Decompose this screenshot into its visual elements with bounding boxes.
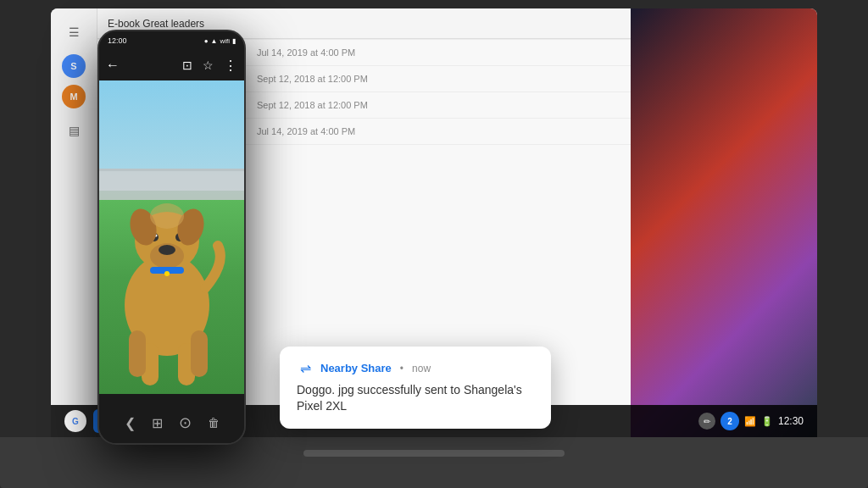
laptop-sidebar: ☰ S M ▤ (51, 8, 97, 437)
phone-battery-icon: ▮ (232, 37, 236, 45)
phone-circle-icon[interactable]: ⊙ (179, 413, 192, 432)
phone-signal-icon: ▲ (211, 37, 218, 45)
svg-rect-12 (129, 330, 146, 377)
svg-rect-13 (191, 330, 208, 377)
phone-back-icon[interactable]: ← (106, 58, 120, 73)
file-date-4: Jul 14, 2019 at 4:00 PM (257, 126, 355, 136)
phone-grid-icon[interactable]: ⊞ (152, 415, 163, 431)
laptop-right-panel (631, 8, 817, 437)
dog-illustration (103, 152, 235, 390)
notification-app-name: Nearby Share (320, 362, 392, 374)
user-avatar-2: M (62, 85, 86, 108)
notification-header: ⇌ Nearby Share • now (297, 360, 534, 377)
taskbar-pencil-icon: ✏ (698, 413, 715, 430)
taskbar-time: 12:30 (778, 415, 804, 427)
phone-screen: 12:00 ● ▲ wifi ▮ ← ⊡ ☆ ⋮ (99, 31, 244, 443)
file-date-3: Sept 12, 2018 at 12:00 PM (257, 100, 368, 110)
notification-dot: • (400, 363, 403, 374)
phone-time: 12:00 (108, 36, 127, 45)
svg-point-16 (150, 203, 184, 229)
notification-time: now (412, 363, 431, 374)
file-date-2: Sept 12, 2018 at 12:00 PM (257, 74, 368, 84)
phone-status-icons: ● ▲ wifi ▮ (204, 37, 236, 45)
phone-delete-icon[interactable]: 🗑 (208, 416, 220, 430)
file-title: E-book Great leaders (108, 18, 204, 30)
phone-share-icon[interactable]: ❮ (125, 415, 136, 431)
taskbar-system-area: ✏ 2 📶 🔋 12:30 (698, 412, 804, 430)
phone-statusbar: 12:00 ● ▲ wifi ▮ (99, 31, 244, 50)
taskbar-user-count: 2 (721, 412, 739, 430)
taskbar-google-icon[interactable]: G (64, 410, 86, 432)
wifi-icon: 📶 (744, 416, 756, 427)
phone-bottom-navigation: ❮ ⊞ ⊙ 🗑 (99, 402, 244, 443)
nearby-share-icon: ⇌ (297, 360, 314, 377)
file-date-1: Jul 14, 2019 at 4:00 PM (257, 47, 355, 58)
svg-point-3 (159, 245, 175, 255)
phone-menu-icon[interactable]: ⋮ (224, 58, 237, 74)
laptop-base (0, 437, 868, 488)
phone-star-icon[interactable]: ☆ (203, 58, 214, 72)
phone-device: 12:00 ● ▲ wifi ▮ ← ⊡ ☆ ⋮ (97, 30, 246, 445)
svg-point-15 (164, 271, 170, 276)
battery-icon: 🔋 (761, 416, 773, 427)
phone-dog-image (99, 80, 244, 394)
sidebar-list-icon[interactable]: ▤ (58, 115, 89, 146)
phone-wifi-icon: wifi (220, 37, 230, 45)
phone-appbar: ← ⊡ ☆ ⋮ (99, 50, 244, 80)
notification-message: Doggo. jpg successfully sent to Shangela… (297, 382, 534, 415)
user-avatar: S (62, 54, 86, 78)
phone-whatsapp-icon: ● (204, 37, 209, 45)
phone-cast-icon[interactable]: ⊡ (182, 58, 192, 72)
notification-card: ⇌ Nearby Share • now Doggo. jpg successf… (280, 347, 551, 429)
sidebar-menu-icon[interactable]: ☰ (58, 17, 89, 47)
